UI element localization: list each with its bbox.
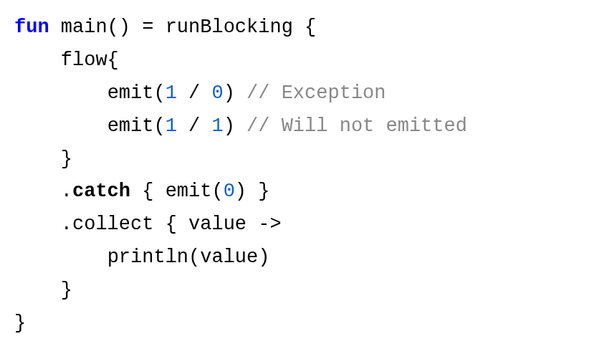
indent: [14, 214, 61, 235]
code-text: main() = runBlocking {: [49, 16, 317, 38]
keyword-catch: catch: [72, 181, 130, 202]
code-text: /: [177, 115, 212, 137]
code-text: .: [61, 181, 72, 202]
number-literal: 0: [211, 82, 223, 104]
comment: // Will not emitted: [246, 115, 467, 137]
code-text: }: [61, 279, 72, 301]
code-line-7: .collect { value ->: [14, 214, 282, 235]
code-line-1: fun main() = runBlocking {: [14, 16, 316, 38]
code-text: ): [224, 82, 246, 104]
code-text: ): [224, 115, 246, 137]
code-line-8: println(value): [14, 246, 269, 268]
code-text: emit(: [107, 115, 166, 137]
code-text: println(value): [107, 246, 270, 268]
indent: [14, 181, 61, 202]
code-text: emit(: [107, 82, 166, 104]
code-text: }: [61, 148, 72, 170]
indent: [14, 49, 61, 71]
code-text: /: [177, 82, 212, 104]
code-line-4: emit(1 / 1) // Will not emitted: [14, 115, 467, 137]
code-text: }: [14, 312, 26, 334]
code-line-2: flow{: [14, 49, 119, 71]
code-line-6: .catch { emit(0) }: [14, 181, 269, 202]
code-line-9: }: [14, 279, 72, 301]
code-text: .collect { value ->: [61, 214, 282, 235]
number-literal: 1: [166, 115, 177, 137]
code-text: { emit(: [130, 181, 224, 202]
keyword-fun: fun: [14, 16, 49, 38]
code-line-3: emit(1 / 0) // Exception: [14, 82, 386, 104]
number-literal: 1: [166, 82, 177, 104]
indent: [14, 82, 107, 104]
code-block: fun main() = runBlocking { flow{ emit(1 …: [14, 11, 575, 340]
indent: [14, 115, 107, 137]
code-line-5: }: [14, 148, 72, 170]
indent: [14, 246, 107, 268]
indent: [14, 148, 61, 170]
indent: [14, 279, 61, 301]
number-literal: 1: [211, 115, 223, 137]
comment: // Exception: [246, 82, 386, 104]
number-literal: 0: [224, 181, 235, 202]
code-line-10: }: [14, 312, 26, 334]
code-text: ) }: [235, 181, 270, 202]
code-text: flow{: [61, 49, 119, 71]
